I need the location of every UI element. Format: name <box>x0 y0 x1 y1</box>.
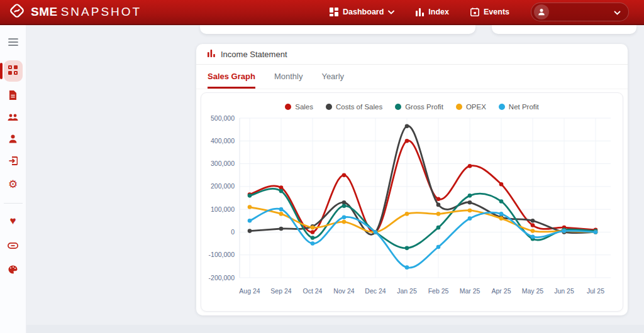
sidebar-item-groups[interactable] <box>4 109 23 128</box>
tab-bar: Sales Graph Monthly Yearly <box>196 65 628 89</box>
heart-icon: ♥ <box>9 216 16 226</box>
svg-text:Jun 25: Jun 25 <box>554 287 574 295</box>
svg-text:Feb 25: Feb 25 <box>428 287 449 295</box>
tab-yearly[interactable]: Yearly <box>321 65 344 89</box>
svg-text:300,000: 300,000 <box>211 160 235 167</box>
svg-text:Jan 25: Jan 25 <box>397 287 417 295</box>
sme-logo-icon <box>9 3 25 21</box>
legend-item[interactable]: Sales <box>285 103 313 111</box>
hamburger-icon[interactable] <box>4 33 23 52</box>
people-icon <box>8 112 18 124</box>
income-chart: 500,000400,000300,000200,000100,0000-100… <box>203 112 621 300</box>
nav-item-events[interactable]: Events <box>470 8 509 16</box>
chevron-down-icon <box>614 6 621 18</box>
document-icon <box>9 90 17 102</box>
link-icon <box>8 240 18 251</box>
brand-name: SMESNAPSHOT <box>31 5 142 19</box>
card-header: Income Statement <box>196 44 628 65</box>
svg-text:Oct 24: Oct 24 <box>303 287 323 295</box>
dashboard-grid-icon <box>330 8 338 16</box>
svg-text:Sep 24: Sep 24 <box>270 287 291 295</box>
legend-dot-icon <box>395 104 401 110</box>
svg-text:Aug 24: Aug 24 <box>239 287 260 295</box>
nav-item-label: Dashboard <box>343 8 384 16</box>
legend-item[interactable]: Costs of Sales <box>326 103 382 111</box>
legend-label: OPEX <box>466 103 486 111</box>
sidebar-item-dashboard[interactable] <box>4 60 23 82</box>
nav-item-index[interactable]: Index <box>416 8 449 16</box>
legend-label: Sales <box>295 103 313 111</box>
legend-item[interactable]: OPEX <box>456 103 486 111</box>
chevron-down-icon <box>388 10 394 14</box>
chart-panel: SalesCosts of SalesGross ProfitOPEXNet P… <box>201 92 623 312</box>
svg-text:-100,000: -100,000 <box>209 251 235 258</box>
sidebar-item-reports[interactable] <box>4 87 23 106</box>
exit-icon <box>9 156 18 168</box>
brand[interactable]: SMESNAPSHOT <box>0 3 142 21</box>
left-sidebar: ⚙ ♥ <box>0 25 26 333</box>
sidebar-divider <box>4 203 23 204</box>
svg-text:100,000: 100,000 <box>211 205 235 213</box>
legend-dot-icon <box>326 104 332 110</box>
legend-label: Costs of Sales <box>336 103 382 111</box>
svg-text:400,000: 400,000 <box>211 137 235 145</box>
svg-text:Apr 25: Apr 25 <box>492 287 511 295</box>
navbar-menu: Dashboard Index Events <box>330 3 633 21</box>
chart-legend: SalesCosts of SalesGross ProfitOPEXNet P… <box>201 93 623 111</box>
sidebar-item-links[interactable] <box>4 236 23 255</box>
legend-label: Net Profit <box>509 103 539 111</box>
svg-text:-200,000: -200,000 <box>209 274 235 281</box>
svg-text:0: 0 <box>231 228 235 236</box>
nav-item-label: Index <box>428 8 449 16</box>
svg-text:Dec 24: Dec 24 <box>365 287 386 295</box>
bar-chart-icon <box>208 48 215 60</box>
sidebar-item-profile[interactable] <box>4 131 23 150</box>
income-statement-card: Income Statement Sales Graph Monthly Yea… <box>196 44 628 315</box>
palette-icon <box>8 265 18 276</box>
svg-text:May 25: May 25 <box>522 287 544 295</box>
tab-sales-graph[interactable]: Sales Graph <box>208 65 255 89</box>
svg-text:Mar 25: Mar 25 <box>460 287 480 295</box>
nav-item-label: Events <box>484 8 509 16</box>
tab-monthly[interactable]: Monthly <box>274 65 303 89</box>
sidebar-item-theme[interactable] <box>4 261 23 280</box>
legend-item[interactable]: Gross Profit <box>395 103 443 111</box>
svg-text:200,000: 200,000 <box>211 182 235 190</box>
svg-text:Jul 25: Jul 25 <box>587 287 604 295</box>
sidebar-item-logout[interactable] <box>4 153 23 172</box>
scrolled-card-top-left <box>200 25 475 34</box>
person-icon <box>9 134 17 146</box>
gear-icon: ⚙ <box>8 179 18 190</box>
bar-chart-icon <box>416 8 424 16</box>
card-title: Income Statement <box>221 50 287 59</box>
legend-dot-icon <box>499 104 505 110</box>
legend-dot-icon <box>285 104 291 110</box>
legend-label: Gross Profit <box>405 103 443 111</box>
avatar <box>534 4 549 19</box>
dashboard-grid-icon <box>8 65 18 77</box>
sidebar-item-favorites[interactable]: ♥ <box>4 211 23 230</box>
nav-item-dashboard[interactable]: Dashboard <box>330 8 394 16</box>
sidebar-item-settings[interactable]: ⚙ <box>4 175 23 194</box>
svg-text:500,000: 500,000 <box>211 114 235 122</box>
scrolled-card-top-right <box>492 25 636 34</box>
legend-dot-icon <box>456 104 462 110</box>
profile-menu[interactable] <box>531 3 629 21</box>
content-bottom-band <box>26 325 644 333</box>
legend-item[interactable]: Net Profit <box>499 103 539 111</box>
calendar-icon <box>470 8 479 16</box>
svg-text:Nov 24: Nov 24 <box>333 287 354 295</box>
top-navbar: SMESNAPSHOT Dashboard Index <box>0 0 644 25</box>
